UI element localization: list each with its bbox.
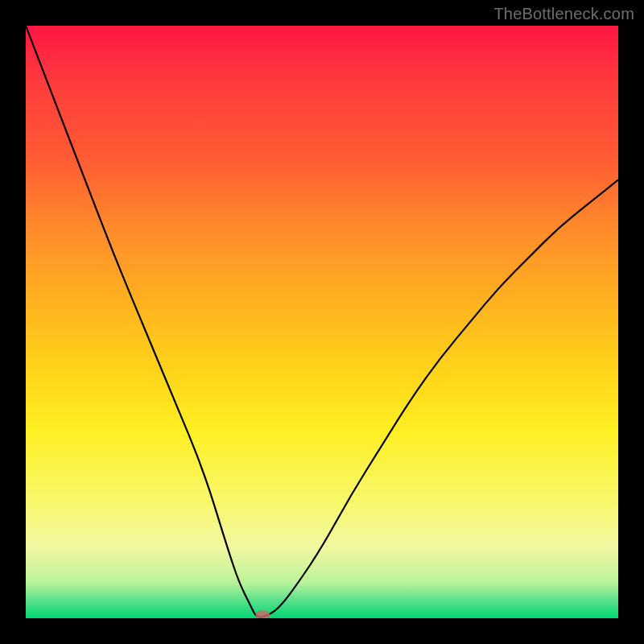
bottleneck-curve bbox=[26, 26, 618, 617]
plot-area bbox=[26, 26, 618, 618]
watermark-text: TheBottleneck.com bbox=[493, 5, 634, 23]
chart-frame: TheBottleneck.com bbox=[0, 0, 644, 644]
optimal-point-marker bbox=[255, 610, 270, 618]
curve-svg bbox=[26, 26, 618, 618]
